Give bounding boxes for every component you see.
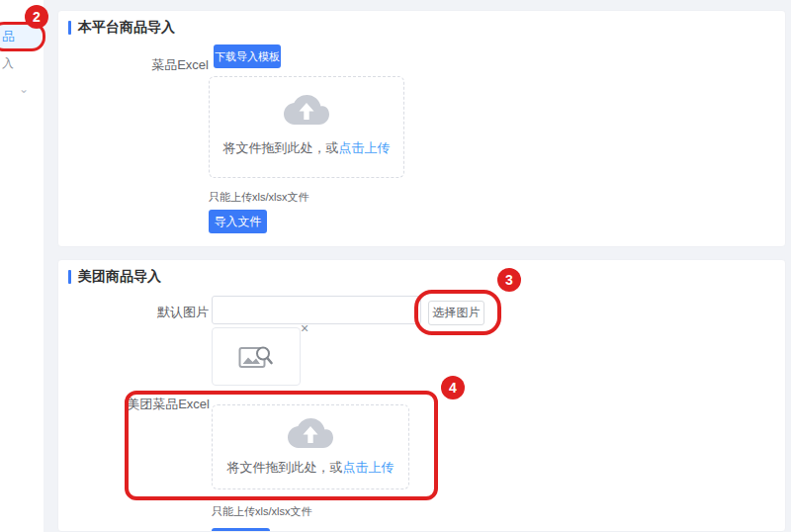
- cloud-upload-icon: [284, 93, 329, 127]
- sidebar-item-import-label: 入: [2, 56, 14, 70]
- platform-import-title: 本平台商品导入: [78, 19, 175, 37]
- sidebar-item-selected-label: 品: [2, 29, 15, 44]
- platform-import-card: 本平台商品导入 菜品Excel 下载导入模板 将文件拖到此处，或点击上传 只能上…: [57, 10, 786, 247]
- sidebar-item-selected[interactable]: 品: [0, 24, 42, 48]
- click-upload-link[interactable]: 点击上传: [339, 140, 391, 155]
- title-accent-bar: [68, 21, 71, 35]
- excel-label: 菜品Excel: [78, 56, 209, 74]
- download-template-button[interactable]: 下载导入模板: [214, 44, 281, 68]
- image-preview-icon: [238, 343, 274, 371]
- import-file-button[interactable]: 导入文件: [209, 210, 267, 233]
- page: 品 入 ⌄ 本平台商品导入 菜品Excel 下载导入模板 将文件拖到此处，或点击…: [0, 0, 791, 532]
- file-type-hint: 只能上传xls/xlsx文件: [209, 190, 308, 205]
- meituan-import-title: 美团商品导入: [78, 268, 161, 286]
- default-image-input[interactable]: [212, 296, 421, 324]
- image-thumbnail: [212, 327, 301, 386]
- chevron-down-icon[interactable]: ⌄: [19, 82, 29, 96]
- meituan-import-header: 美团商品导入: [68, 268, 161, 286]
- meituan-excel-label: 美团菜品Excel: [78, 396, 210, 413]
- drag-text: 将文件拖到此处，或: [227, 460, 343, 475]
- drag-text: 将文件拖到此处，或: [223, 140, 339, 155]
- click-upload-link[interactable]: 点击上传: [343, 460, 395, 475]
- upload-dropzone-meituan[interactable]: 将文件拖到此处，或点击上传: [212, 404, 409, 489]
- choose-image-button[interactable]: 选择图片: [428, 301, 484, 325]
- cloud-upload-icon: [288, 416, 333, 450]
- upload-drag-text: 将文件拖到此处，或点击上传: [213, 459, 408, 477]
- upload-drag-text: 将文件拖到此处，或点击上传: [210, 139, 403, 157]
- meituan-import-card: 美团商品导入 默认图片 选择图片 × 美团菜品Excel 将文件拖到此处，或点击…: [57, 259, 786, 532]
- import-file-button[interactable]: [212, 528, 270, 532]
- title-accent-bar: [68, 270, 71, 284]
- file-type-hint: 只能上传xls/xlsx文件: [212, 504, 311, 519]
- platform-import-header: 本平台商品导入: [68, 19, 175, 37]
- close-icon[interactable]: ×: [301, 321, 308, 335]
- upload-dropzone-platform[interactable]: 将文件拖到此处，或点击上传: [209, 76, 404, 178]
- default-image-label: 默认图片: [78, 304, 209, 321]
- sidebar-item-import[interactable]: 入: [2, 55, 14, 72]
- sidebar: 品 入 ⌄: [0, 0, 44, 532]
